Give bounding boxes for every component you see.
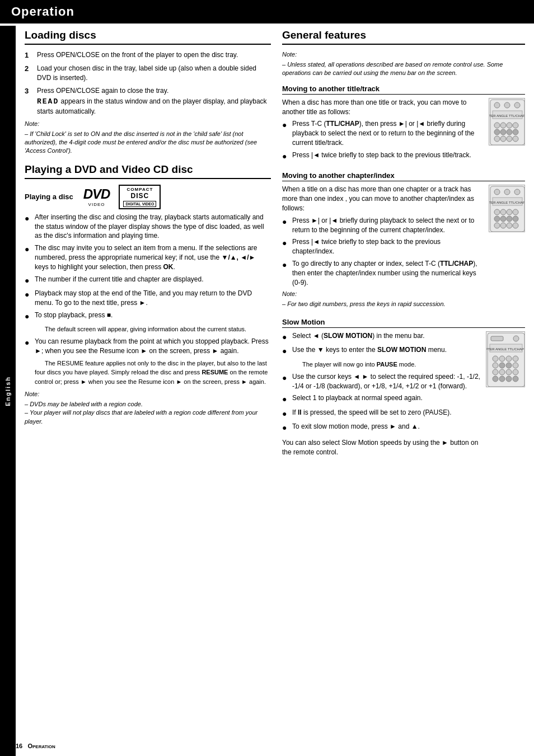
svg-point-51 — [506, 369, 512, 375]
bullet-text: Press |◄ twice briefly to step back to t… — [292, 151, 471, 162]
loading-discs-title: Loading discs — [25, 29, 271, 45]
vcd-logo: COMPACT DISC DIGITAL VIDEO — [119, 185, 161, 209]
svg-point-9 — [513, 123, 518, 128]
note-text: – If 'Child Lock' is set to ON and the d… — [25, 130, 271, 156]
step-text: Load your chosen disc in the tray, label… — [37, 64, 271, 83]
svg-point-33 — [500, 223, 506, 228]
slow-motion-header: Slow Motion — [282, 318, 525, 328]
svg-point-28 — [494, 216, 500, 222]
playing-dvd-section: Playing a DVD and Video CD disc Playing … — [25, 163, 271, 426]
playing-disc-label: Playing a disc — [25, 192, 73, 201]
bullet-text: To stop playback, press ■. — [35, 311, 113, 322]
svg-point-44 — [513, 356, 518, 361]
svg-point-50 — [499, 369, 505, 375]
list-item: ● If II is pressed, the speed will be se… — [282, 408, 481, 420]
svg-text:CHAPTER ANGLE TTL/CHAP RATE: CHAPTER ANGLE TTL/CHAP RATE — [486, 348, 525, 351]
moving-chapter-content: When a title on a disc has more than one… — [282, 185, 525, 311]
page-footer: 16 Operation — [16, 743, 55, 749]
chapter-note: Note: – For two digit numbers, press the… — [282, 290, 484, 308]
page-header: Operation — [0, 0, 534, 24]
moving-title-bullets: ● Press T-C (TTL/CHAP), then press ►| or… — [282, 119, 484, 162]
svg-point-8 — [507, 123, 512, 128]
moving-chapter-bullets: ● Press ►| or |◄ briefly during playback… — [282, 216, 484, 288]
remote-svg-slow: CHAPTER ANGLE TTL/CHAP RATE — [486, 331, 525, 387]
svg-point-41 — [493, 356, 498, 361]
svg-point-3 — [514, 102, 520, 108]
svg-point-7 — [500, 123, 506, 128]
bullet-text: The number if the current title and chap… — [35, 275, 204, 287]
svg-point-25 — [500, 209, 506, 215]
list-item: ● The number if the current title and ch… — [25, 275, 271, 287]
svg-text:CHAPTER ANGLE TTL/CHAP RATE: CHAPTER ANGLE TTL/CHAP RATE — [489, 114, 525, 118]
bullet-text: To exit slow motion mode, press ► and ▲. — [292, 422, 420, 434]
page: Operation English Loading discs 1 Press … — [0, 0, 534, 756]
svg-point-48 — [513, 363, 518, 368]
remote-image-slow: CHAPTER ANGLE TTL/CHAP RATE — [486, 331, 525, 457]
dvd-logo: DVD VIDEO — [83, 186, 110, 207]
bullet-text: Use the ▼ keys to enter the SLOW MOTION … — [292, 345, 447, 357]
svg-point-27 — [513, 209, 518, 215]
step-number: 3 — [25, 86, 32, 116]
moving-title-section: Moving to another title/track When a dis… — [282, 84, 525, 165]
svg-point-29 — [500, 216, 506, 222]
left-column: Loading discs 1 Press OPEN/CLOSE on the … — [25, 29, 271, 457]
svg-point-26 — [507, 209, 512, 215]
remote-svg-title: CHAPTER ANGLE TTL/CHAP RATE — [489, 98, 525, 145]
bullet-text: The disc may invite you to select an ite… — [35, 243, 271, 271]
svg-text:CHAPTER ANGLE TTL/CHAP RATE: CHAPTER ANGLE TTL/CHAP RATE — [489, 201, 525, 204]
svg-point-15 — [500, 136, 506, 142]
svg-point-53 — [493, 376, 498, 382]
list-item: ● To stop playback, press ■. — [25, 311, 271, 322]
moving-chapter-section: Moving to another chapter/index When a t… — [282, 171, 525, 311]
loading-discs-section: Loading discs 1 Press OPEN/CLOSE on the … — [25, 29, 271, 156]
note-label: Note: — [282, 290, 297, 297]
loading-note: Note: – If 'Child Lock' is set to ON and… — [25, 120, 271, 156]
svg-point-45 — [493, 363, 498, 368]
step-sub-text: appears in the status window and on the … — [37, 97, 267, 115]
playing-bullets: ● After inserting the disc and closing t… — [25, 213, 271, 387]
svg-point-31 — [513, 216, 518, 222]
moving-title-header: Moving to another title/track — [282, 84, 525, 95]
list-item: ● Use the ▼ keys to enter the SLOW MOTIO… — [282, 345, 481, 357]
bullet-text: If II is pressed, the speed will be set … — [292, 408, 452, 420]
list-item: ● The disc may invite you to select an i… — [25, 243, 271, 271]
svg-point-20 — [504, 189, 510, 195]
remote-svg-chapter: CHAPTER ANGLE TTL/CHAP RATE — [489, 185, 525, 232]
list-item: 3 Press OPEN/CLOSE again to close the tr… — [25, 86, 271, 116]
slow-motion-extra: You can also select Slow Motion speeds b… — [282, 438, 481, 457]
svg-point-24 — [494, 209, 500, 215]
list-item: ● Press T-C (TTL/CHAP), then press ►| or… — [282, 119, 484, 147]
list-item: The default screen will appear, giving i… — [35, 325, 271, 334]
svg-point-47 — [506, 363, 512, 368]
svg-point-17 — [513, 136, 518, 142]
slow-motion-bullets: ● Select ◄ (SLOW MOTION) in the menu bar… — [282, 331, 481, 434]
list-item: ● Press ►| or |◄ briefly during playback… — [282, 216, 484, 235]
svg-point-55 — [506, 376, 512, 382]
moving-chapter-intro: When a title on a disc has more than one… — [282, 185, 484, 213]
moving-chapter-text: When a title on a disc has more than one… — [282, 185, 484, 311]
playing-dvd-title: Playing a DVD and Video CD disc — [25, 163, 271, 179]
list-item: ● Select 1 to playback at normal speed a… — [282, 393, 481, 405]
svg-point-1 — [494, 102, 500, 108]
sidebar-language: English — [4, 376, 11, 406]
moving-title-text: When a disc has more than one title or t… — [282, 98, 484, 165]
note-text: – For two digit numbers, press the keys … — [282, 300, 484, 308]
moving-title-content: When a disc has more than one title or t… — [282, 98, 525, 165]
bullet-text: To go directly to any chapter or index, … — [292, 259, 484, 287]
bullet-text: Press |◄ twice briefly to step back to t… — [292, 237, 484, 256]
note-text2: – DVDs may be labeled with a region code… — [25, 400, 271, 426]
main-content: Loading discs 1 Press OPEN/CLOSE on the … — [16, 24, 534, 463]
svg-point-46 — [499, 363, 505, 368]
list-item: The player will now go into PAUSE mode. — [292, 360, 481, 369]
svg-point-13 — [513, 129, 518, 135]
step-number: 2 — [25, 64, 32, 83]
right-column: General features Note: – Unless stated, … — [282, 29, 525, 457]
step-text: Press OPEN/CLOSE again to close the tray… — [37, 86, 271, 116]
svg-point-16 — [507, 136, 512, 142]
loading-steps-list: 1 Press OPEN/CLOSE on the front of the p… — [25, 50, 271, 116]
svg-point-19 — [494, 189, 500, 195]
remote-image-chapter: CHAPTER ANGLE TTL/CHAP RATE — [489, 185, 525, 311]
page-title: Operation — [11, 4, 74, 18]
note-label: Note: — [282, 51, 297, 58]
list-item: ● You can resume playback from the point… — [25, 337, 271, 356]
